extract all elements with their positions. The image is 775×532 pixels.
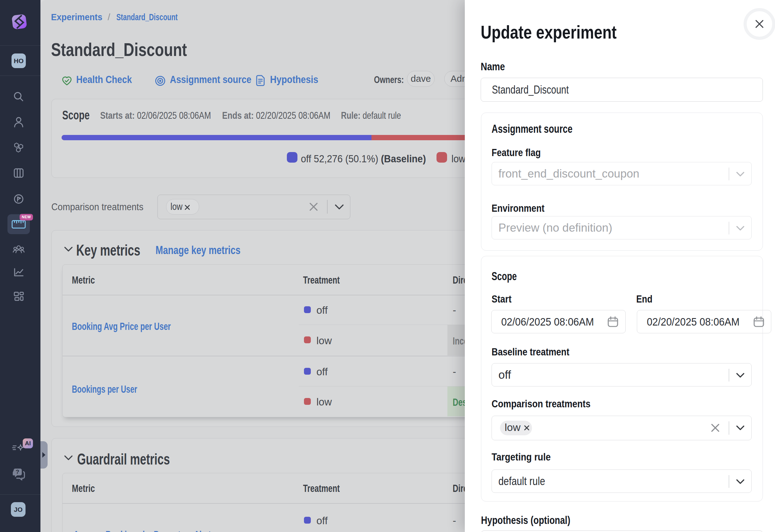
svg-text:?: ? <box>16 469 19 475</box>
